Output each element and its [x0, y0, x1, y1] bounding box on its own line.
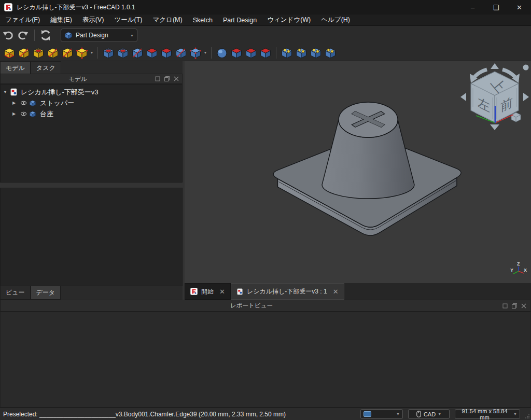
draw-style-select[interactable]: ▼ [360, 409, 403, 419]
tree-item-label: 台座 [40, 109, 53, 119]
navcube-arrow-down-icon[interactable] [490, 124, 499, 130]
polar-pattern-icon[interactable] [309, 46, 323, 60]
chevron-down-icon: ▼ [513, 412, 517, 416]
freecad-logo-icon [4, 3, 12, 11]
expand-arrow-icon[interactable]: ▶ [10, 101, 18, 105]
multitransform-icon[interactable] [323, 46, 338, 60]
subtractive-pipe-icon[interactable] [159, 46, 174, 60]
toolbar-standard: Part Design ▼ [0, 26, 531, 45]
mouse-icon [416, 411, 421, 417]
tab-data[interactable]: データ [31, 286, 61, 300]
overlay-icon[interactable] [502, 303, 508, 309]
mdi-tab-label: 開始 [201, 287, 214, 296]
menu-edit[interactable]: 編集(E) [45, 15, 77, 25]
mdi-tab-start[interactable]: 開始✕ [185, 283, 231, 300]
float-icon[interactable] [164, 76, 170, 81]
menu-sketch[interactable]: Sketch [188, 16, 218, 25]
minimize-button[interactable]: – [461, 0, 484, 15]
tab-tasks[interactable]: タスク [31, 61, 61, 74]
navcube-arrow-up-icon[interactable] [491, 63, 499, 69]
tree-item-daiza[interactable]: ▶台座 [1, 108, 182, 119]
freecad-window: { "window": { "title": "レシカル挿し-下部受ーv3 - … [0, 0, 531, 420]
additive-helix-icon[interactable] [60, 46, 75, 60]
pocket-icon[interactable] [101, 46, 116, 60]
mirrored-icon[interactable] [280, 46, 294, 60]
dimension-select[interactable]: 91.54 mm x 58.84 mm ▼ [455, 409, 520, 419]
menu-macro[interactable]: マクロ(M) [148, 15, 188, 25]
tab-view[interactable]: ビュー [0, 286, 31, 300]
menu-partdesign[interactable]: Part Design [218, 16, 262, 25]
document-icon [10, 88, 18, 96]
thickness-icon[interactable] [258, 46, 273, 60]
groove-icon[interactable] [130, 46, 145, 60]
navcube-arrow-right-icon[interactable] [523, 93, 529, 101]
visibility-icon [20, 110, 27, 117]
workbench-label: Part Design [76, 32, 128, 39]
freecad-logo-icon [190, 288, 198, 295]
visibility-icon [20, 100, 27, 106]
navcube-arrow-left-icon[interactable] [460, 93, 466, 101]
toolbar-partdesign: ▼▼ [0, 45, 531, 61]
partdesign-workbench-icon [64, 31, 73, 39]
subtractive-helix-icon[interactable] [174, 46, 188, 60]
draft-icon[interactable] [244, 46, 258, 60]
menu-file[interactable]: ファイル(F) [0, 15, 45, 25]
fillet-icon[interactable] [215, 46, 229, 60]
3d-viewport[interactable]: 上 左 前 Z Y X 開始✕レシカル挿し-下部受ーv3 : 1✕ [185, 61, 531, 300]
workbench-selector[interactable]: Part Design ▼ [61, 29, 137, 42]
navcube-rotate-right-icon[interactable] [502, 69, 515, 77]
menu-help[interactable]: ヘルプ(H) [316, 15, 355, 25]
resize-grip[interactable] [525, 414, 530, 419]
toolbar-separator [276, 47, 276, 59]
subtractive-primitive-icon[interactable]: ▼ [188, 46, 208, 60]
navigation-style-label: CAD [424, 411, 436, 417]
close-panel-icon[interactable] [174, 76, 179, 81]
additive-primitive-icon[interactable]: ▼ [75, 46, 94, 60]
undo-button[interactable] [0, 27, 16, 43]
3d-view-canvas[interactable]: 上 左 前 Z Y X [185, 61, 531, 283]
close-tab-icon[interactable]: ✕ [219, 288, 225, 296]
navcube-menu-icon[interactable] [523, 65, 529, 71]
refresh-button[interactable] [38, 27, 53, 43]
report-view-title: レポートビュー [1, 302, 502, 310]
hole-icon[interactable] [116, 46, 130, 60]
overlay-icon[interactable] [155, 76, 160, 81]
linear-pattern-icon[interactable] [294, 46, 309, 60]
subtractive-loft-icon[interactable] [145, 46, 159, 60]
axis-cross: Z Y X [510, 261, 527, 274]
collapse-arrow-icon[interactable]: ▼ [1, 90, 10, 94]
maximize-button[interactable]: ❑ [484, 0, 508, 15]
redo-button[interactable] [16, 27, 31, 43]
title-bar: レシカル挿し-下部受ーv3 - FreeCAD 1.0.1 – ❑ ✕ [0, 0, 531, 15]
tab-model[interactable]: モデル [0, 61, 31, 74]
chamfer-icon[interactable] [229, 46, 244, 60]
menu-tools[interactable]: ツール(T) [109, 15, 147, 25]
navigation-cube[interactable]: 上 左 前 [460, 63, 529, 130]
svg-text:X: X [524, 268, 527, 273]
close-tab-icon[interactable]: ✕ [333, 288, 339, 296]
menu-windows[interactable]: ウィンドウ(W) [262, 15, 316, 25]
window-title: レシカル挿し-下部受ーv3 - FreeCAD 1.0.1 [17, 3, 135, 12]
navcube-isometric-icon[interactable] [511, 113, 521, 122]
tree-item-document[interactable]: ▼ レシカル挿し-下部受ーv3 [1, 87, 182, 97]
menu-view[interactable]: 表示(V) [77, 15, 109, 25]
additive-pipe-icon[interactable] [46, 46, 60, 60]
close-button[interactable]: ✕ [508, 0, 531, 15]
mdi-tab-document[interactable]: レシカル挿し-下部受ーv3 : 1✕ [231, 283, 344, 300]
tree-item-label: ストッパー [40, 99, 74, 108]
navcube-rotate-left-icon[interactable] [474, 69, 487, 77]
tree-item-stopper[interactable]: ▶ストッパー [1, 97, 182, 108]
float-icon[interactable] [512, 303, 517, 309]
model-cone[interactable] [322, 102, 414, 199]
additive-loft-icon[interactable] [31, 46, 46, 60]
navigation-style-select[interactable]: CAD ▼ [408, 409, 450, 419]
panel-splitter[interactable] [0, 183, 183, 188]
close-panel-icon[interactable] [521, 303, 526, 309]
combo-view-panel: モデル タスク モデル ▼ レシカル挿し-下部受ーv3 ▶ストッパー▶台座 ビュ… [0, 61, 183, 300]
revolution-icon[interactable] [17, 46, 31, 60]
chevron-down-icon: ▼ [396, 412, 400, 416]
tree-item-label: レシカル挿し-下部受ーv3 [21, 88, 99, 97]
pad-icon[interactable] [2, 46, 17, 60]
combo-view-tabs: モデル タスク [0, 61, 61, 74]
expand-arrow-icon[interactable]: ▶ [10, 111, 18, 116]
